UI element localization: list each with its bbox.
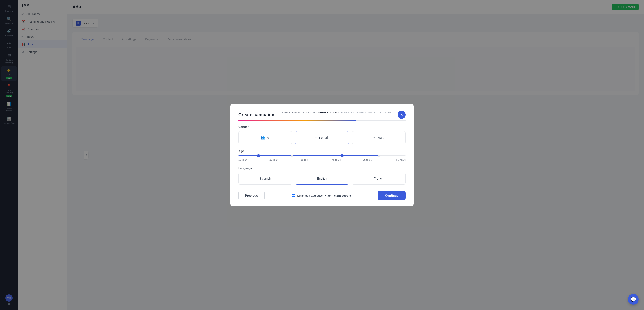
- modal-close-button[interactable]: ×: [398, 111, 406, 119]
- language-option-spanish[interactable]: Spanish: [238, 172, 292, 184]
- audience-est-label: Estimated audience:: [297, 194, 324, 197]
- female-icon: ♀: [314, 136, 317, 140]
- age-label-25-34: 25 to 34: [270, 158, 278, 161]
- age-slider-track: [238, 155, 406, 156]
- age-section: Age 18 to 24 25 to 34 35 to 44 45 to 5: [238, 149, 406, 161]
- gender-option-male[interactable]: ♂ Male: [352, 131, 406, 144]
- meta-icon: [291, 193, 296, 198]
- svg-point-2: [293, 195, 294, 196]
- gender-option-all[interactable]: 👥 All: [238, 131, 292, 144]
- gender-option-female[interactable]: ♀ Female: [295, 131, 349, 144]
- age-label-35-44: 35 to 44: [301, 158, 310, 161]
- age-label-45-54: 45 to 54: [332, 158, 341, 161]
- language-section: Language Spanish English French: [238, 166, 406, 184]
- wizard-step-design: DESIGN: [355, 111, 364, 114]
- language-option-english[interactable]: English: [295, 172, 349, 184]
- modal-footer: Previous Estimated audience: 4.3m - 5.1m…: [238, 191, 406, 200]
- language-label: Language: [238, 166, 406, 170]
- wizard-step-segmentation: SEGMENTATION: [318, 111, 337, 114]
- wizard-step-audience: AUDIENCE: [340, 111, 352, 114]
- male-icon: ♂: [373, 136, 376, 140]
- modal-header: Create campaign CONFIGURATION › LOCATION…: [238, 111, 406, 119]
- wizard-step-configuration: CONFIGURATION: [280, 111, 300, 114]
- age-thumb-min[interactable]: [257, 154, 260, 157]
- age-labels: 18 to 24 25 to 34 35 to 44 45 to 54 55 t…: [238, 158, 406, 161]
- audience-estimate: Estimated audience: 4.3m - 5.1m people: [291, 193, 351, 198]
- age-label-55-65: 55 to 65: [363, 158, 372, 161]
- gender-label: Gender: [238, 125, 406, 129]
- age-label: Age: [238, 149, 406, 153]
- age-tick-2: [378, 155, 380, 157]
- age-label-65-plus: + 65 years: [394, 158, 406, 161]
- previous-button[interactable]: Previous: [238, 191, 264, 200]
- all-gender-icon: 👥: [260, 136, 265, 140]
- modal: Create campaign CONFIGURATION › LOCATION…: [230, 104, 414, 206]
- modal-overlay: Create campaign CONFIGURATION › LOCATION…: [0, 0, 644, 310]
- age-tick-1: [291, 155, 293, 157]
- wizard-step-budget: BUDGET: [367, 111, 377, 114]
- age-slider[interactable]: 18 to 24 25 to 34 35 to 44 45 to 54 55 t…: [238, 155, 406, 161]
- audience-est-value: 4.3m - 5.1m people: [325, 194, 351, 197]
- progress-bar: [238, 120, 406, 121]
- wizard-steps: CONFIGURATION › LOCATION › SEGMENTATION …: [280, 111, 391, 114]
- gender-options: 👥 All ♀ Female ♂ Male: [238, 131, 406, 144]
- language-options: Spanish English French: [238, 172, 406, 184]
- wizard-step-summary: SUMMARY: [379, 111, 391, 114]
- age-thumb-max[interactable]: [340, 154, 344, 157]
- chat-bubble[interactable]: 💬: [628, 294, 639, 305]
- language-option-french[interactable]: French: [352, 172, 406, 184]
- continue-button[interactable]: Continue: [378, 191, 406, 200]
- age-label-18-24: 18 to 24: [238, 158, 247, 161]
- modal-title: Create campaign: [238, 112, 274, 117]
- wizard-step-location: LOCATION: [303, 111, 315, 114]
